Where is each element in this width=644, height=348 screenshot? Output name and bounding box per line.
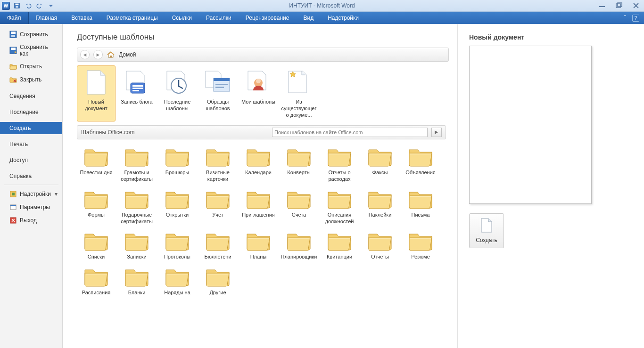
template-folder[interactable]: Учет: [198, 186, 237, 227]
tab-references[interactable]: Ссылки: [165, 12, 199, 24]
template-label: Мои шаблоны: [240, 99, 276, 105]
template-label: Последние шаблоны: [159, 99, 195, 112]
sidebar-item-help[interactable]: Справка: [0, 170, 62, 182]
breadcrumb-forward-button[interactable]: ►: [93, 50, 103, 59]
sidebar-item-options[interactable]: Параметры: [0, 201, 62, 214]
template-folder[interactable]: Наклейки: [361, 186, 399, 227]
template-folder[interactable]: Расписания: [77, 264, 116, 298]
sidebar-item-info[interactable]: Сведения: [0, 90, 62, 102]
sidebar-item-save[interactable]: Сохранить: [0, 28, 62, 41]
folder-label: Другие: [199, 290, 236, 296]
sidebar-item-save-as[interactable]: Сохранить как: [0, 41, 62, 60]
sidebar-item-label: Сохранить: [20, 31, 48, 38]
sidebar-item-share[interactable]: Доступ: [0, 154, 62, 166]
template-folder[interactable]: Наряды на: [158, 264, 197, 298]
maximize-button[interactable]: [614, 2, 624, 9]
template-folder[interactable]: Календари: [239, 144, 278, 185]
template-item[interactable]: Из существующего докуме...: [280, 65, 318, 121]
template-folder[interactable]: Бюллетени: [198, 228, 237, 262]
addins-icon: [9, 190, 17, 198]
help-button[interactable]: ?: [632, 15, 639, 22]
template-folder[interactable]: Письма: [401, 186, 440, 227]
qat-undo-button[interactable]: [24, 1, 33, 10]
samples-icon: [204, 69, 231, 96]
template-item[interactable]: Последние шаблоны: [158, 65, 197, 121]
close-button[interactable]: [631, 2, 641, 9]
template-folder[interactable]: Повестки дня: [77, 144, 116, 185]
sidebar-item-addins[interactable]: Надстройки ▾: [0, 187, 62, 201]
tab-review[interactable]: Рецензирование: [239, 12, 297, 24]
template-folder[interactable]: Факсы: [361, 144, 399, 185]
tab-insert[interactable]: Вставка: [64, 12, 99, 24]
tab-addins[interactable]: Надстройки: [321, 12, 366, 24]
minimize-button[interactable]: [597, 2, 607, 9]
folder-icon: [124, 146, 149, 167]
create-button[interactable]: Создать: [469, 213, 504, 248]
template-folder[interactable]: Другие: [198, 264, 237, 298]
tab-view[interactable]: Вид: [296, 12, 321, 24]
sidebar-item-exit[interactable]: Выход: [0, 214, 62, 227]
sidebar-item-open[interactable]: Открыть: [0, 60, 62, 73]
template-folder[interactable]: Квитанции: [320, 228, 359, 262]
template-folder[interactable]: Резюме: [401, 228, 440, 262]
template-folder[interactable]: Отчеты о расходах: [320, 144, 359, 185]
word-logo-icon: W: [2, 2, 10, 10]
template-folder[interactable]: Описания должностей: [320, 186, 359, 227]
template-folder[interactable]: Записки: [117, 228, 156, 262]
template-search-input[interactable]: [272, 128, 428, 137]
template-folder[interactable]: Приглашения: [239, 186, 278, 227]
template-item[interactable]: Запись блога: [117, 65, 156, 121]
breadcrumb-home[interactable]: Домой: [119, 51, 136, 58]
qat-save-button[interactable]: [13, 1, 21, 10]
tab-page-layout[interactable]: Разметка страницы: [99, 12, 165, 24]
folder-icon: [327, 146, 352, 167]
folder-label: Учет: [199, 212, 236, 219]
svg-rect-25: [215, 87, 224, 88]
template-folder[interactable]: Визитные карточки: [198, 144, 237, 185]
template-folder[interactable]: Брошюры: [158, 144, 197, 185]
sidebar-item-close[interactable]: Закрыть: [0, 73, 62, 86]
qat-redo-button[interactable]: [35, 1, 44, 10]
template-search-go-button[interactable]: [431, 128, 442, 137]
template-folder[interactable]: Конверты: [280, 144, 318, 185]
template-folder[interactable]: Протоколы: [158, 228, 197, 262]
ribbon-minimize-button[interactable]: ˇ: [621, 15, 628, 22]
template-folder[interactable]: Подарочные сертификаты: [117, 186, 156, 227]
template-item[interactable]: Мои шаблоны: [239, 65, 278, 121]
sidebar-item-print[interactable]: Печать: [0, 138, 62, 150]
folder-label: Наряды на: [159, 290, 196, 296]
template-folder[interactable]: Отчеты: [361, 228, 399, 262]
svg-rect-7: [11, 32, 16, 34]
tab-mailings[interactable]: Рассылки: [199, 12, 239, 24]
create-button-label: Создать: [476, 237, 497, 243]
template-folder[interactable]: Счета: [280, 186, 318, 227]
template-folder[interactable]: Списки: [77, 228, 116, 262]
folder-icon: [286, 230, 312, 251]
template-item[interactable]: Новый документ: [77, 65, 116, 121]
template-folder[interactable]: Открытки: [158, 186, 197, 227]
folder-label: Открытки: [159, 212, 196, 219]
folder-icon: [327, 230, 352, 251]
breadcrumb-back-button[interactable]: ◄: [80, 50, 90, 59]
templates-panel: Доступные шаблоны ◄ ► Домой Новый докуме…: [63, 24, 457, 348]
recent-icon: [164, 69, 191, 96]
folder-label: Повестки дня: [78, 170, 115, 176]
folder-label: Бланки: [118, 290, 155, 296]
svg-rect-4: [616, 4, 620, 8]
qat-customize-button[interactable]: [47, 1, 55, 10]
home-icon[interactable]: [107, 50, 115, 59]
template-folder[interactable]: Бланки: [117, 264, 156, 298]
template-item[interactable]: Образцы шаблонов: [198, 65, 237, 121]
template-folder[interactable]: Планировщики: [280, 228, 318, 262]
tab-file[interactable]: Файл: [0, 12, 29, 24]
tab-home[interactable]: Главная: [29, 12, 65, 24]
sidebar-item-new[interactable]: Создать: [0, 122, 62, 134]
templates-scroll-area[interactable]: Новый документЗапись блогаПоследние шабл…: [77, 63, 449, 338]
template-folder[interactable]: Грамоты и сертификаты: [117, 144, 156, 185]
sidebar-item-recent[interactable]: Последние: [0, 106, 62, 118]
template-label: Образцы шаблонов: [200, 99, 236, 112]
template-folder[interactable]: Формы: [77, 186, 116, 227]
template-folder[interactable]: Планы: [239, 228, 278, 262]
template-folder[interactable]: Объявления: [401, 144, 440, 185]
existing-icon: [285, 69, 313, 96]
